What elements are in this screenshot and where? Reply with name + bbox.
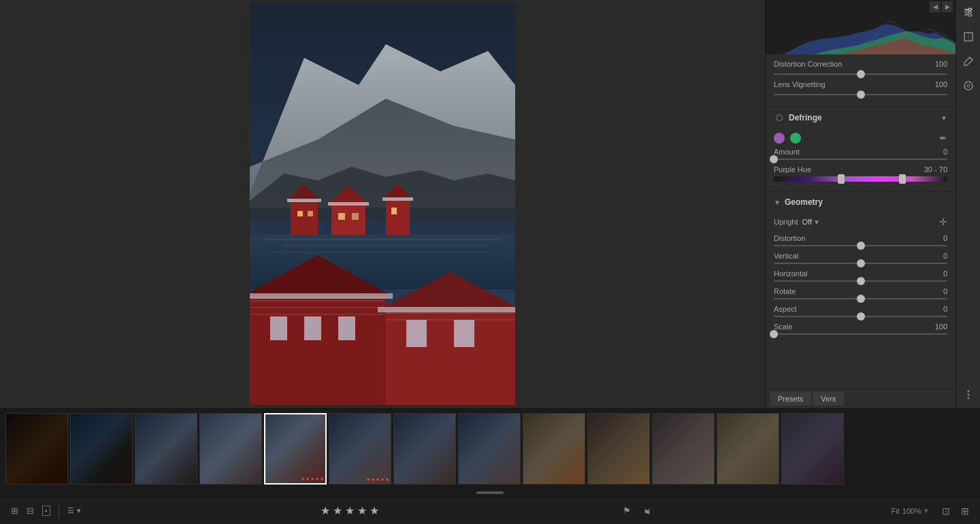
- filmstrip-thumb-4[interactable]: [199, 413, 262, 485]
- compare-icon[interactable]: ⊡: [942, 506, 950, 517]
- presets-button[interactable]: Presets: [770, 392, 811, 406]
- eyedropper-icon[interactable]: ✒: [939, 133, 947, 144]
- amount-slider[interactable]: [774, 159, 947, 160]
- geometry-section: ▼ Geometry Upright Off ▼ ✛: [766, 191, 956, 335]
- amount-track: [774, 159, 947, 160]
- svg-rect-16: [338, 213, 345, 220]
- scale-thumb[interactable]: [770, 330, 778, 338]
- panel-corner-btn-right[interactable]: ▶: [942, 1, 953, 12]
- reject-flag-icon[interactable]: ⚑: [643, 506, 651, 516]
- geometry-distortion-slider[interactable]: [774, 245, 947, 246]
- amount-label: Amount: [774, 148, 849, 156]
- scale-slider[interactable]: [774, 333, 947, 335]
- bottom-toolbar: ⊞ ⊟ ▪ ☰ ▾ ★ ★ ★ ★ ★ ⚑ ⚑ Fit 100% ▾ ⊡ ⊞: [0, 497, 980, 524]
- distortion-correction-thumb[interactable]: [857, 70, 865, 78]
- toolbar-divider-1: [59, 504, 59, 518]
- aspect-thumb[interactable]: [857, 312, 865, 321]
- right-side: ◀ ▶: [765, 0, 980, 408]
- svg-rect-19: [287, 199, 321, 202]
- purple-hue-slider[interactable]: [774, 176, 947, 186]
- filmstrip-thumb-11[interactable]: [652, 413, 715, 485]
- svg-rect-32: [378, 307, 515, 312]
- main-photo: [250, 3, 515, 405]
- star-3-icon[interactable]: ★: [345, 504, 355, 517]
- panel-corner-btn-left[interactable]: ◀: [930, 1, 941, 12]
- histogram-area: ◀ ▶: [766, 0, 956, 54]
- brush-tool-icon[interactable]: [960, 53, 977, 69]
- filmstrip-thumb-13[interactable]: [781, 413, 844, 485]
- zoom-fit-label[interactable]: Fit: [892, 507, 900, 515]
- transform-tool-icon[interactable]: [960, 29, 977, 45]
- filmstrip-thumb-10[interactable]: [587, 413, 650, 485]
- lens-vignetting-slider[interactable]: [774, 94, 947, 95]
- purple-hue-track: [774, 176, 947, 182]
- amount-thumb[interactable]: [770, 155, 778, 163]
- single-view-icon[interactable]: ▪: [42, 506, 50, 516]
- rotate-thumb[interactable]: [857, 295, 865, 303]
- more-options-icon[interactable]: [960, 387, 977, 403]
- filmstrip-thumb-6[interactable]: ★ ★ ★ ★ ★: [329, 413, 391, 485]
- purple-hue-thumb-right[interactable]: [899, 174, 906, 184]
- upright-add-icon[interactable]: ✛: [939, 216, 947, 227]
- upright-dropdown[interactable]: Off ▼: [802, 218, 819, 226]
- svg-point-42: [966, 11, 968, 14]
- defringe-icon: ⬡: [774, 112, 785, 123]
- panel-content: Distortion Correction 100 Lens Vignettin…: [766, 54, 956, 389]
- rotate-label: Rotate: [774, 287, 849, 295]
- distortion-correction-slider[interactable]: [774, 73, 947, 75]
- vertical-slider[interactable]: [774, 263, 947, 264]
- green-dot[interactable]: [790, 133, 801, 144]
- purple-hue-row: Purple Hue 30 - 70: [766, 165, 956, 186]
- grid-view-icon[interactable]: ⊞: [11, 506, 18, 516]
- filmstrip-thumb-7[interactable]: [393, 413, 456, 485]
- geometry-distortion-thumb[interactable]: [857, 242, 865, 250]
- svg-point-50: [967, 391, 969, 393]
- geometry-header[interactable]: ▼ Geometry: [766, 192, 956, 212]
- star-1-icon[interactable]: ★: [321, 504, 330, 517]
- defringe-header[interactable]: ⬡ Defringe ▼: [766, 106, 956, 129]
- lens-vignetting-thumb[interactable]: [857, 91, 865, 99]
- healing-tool-icon[interactable]: [960, 78, 977, 94]
- filmstrip-thumb-8[interactable]: [458, 413, 521, 485]
- purple-dot[interactable]: [774, 133, 785, 144]
- rotate-slider[interactable]: [774, 298, 947, 299]
- filmstrip-thumb-9[interactable]: [523, 413, 585, 485]
- lens-vignetting-track: [774, 94, 947, 95]
- amount-row: Amount 0: [766, 148, 956, 160]
- filmstrip-thumb-3[interactable]: [135, 413, 197, 485]
- svg-rect-8: [291, 201, 318, 235]
- horizontal-thumb[interactable]: [857, 277, 865, 285]
- square-view-icon[interactable]: ⊟: [27, 506, 34, 516]
- star-4-icon[interactable]: ★: [357, 504, 367, 517]
- aspect-slider[interactable]: [774, 316, 947, 317]
- scale-row: Scale 100: [766, 323, 956, 335]
- thumb-5-star-3: ★: [310, 476, 314, 482]
- filmstrip-thumb-2[interactable]: [70, 413, 133, 485]
- svg-rect-28: [338, 316, 355, 340]
- scroll-pill: [476, 491, 504, 494]
- filmstrip-thumb-5[interactable]: ★ ★ ★ ★ ★: [264, 413, 327, 485]
- split-view-icon[interactable]: ⊞: [961, 506, 969, 517]
- settings-tool-icon[interactable]: [960, 4, 977, 20]
- star-2-icon[interactable]: ★: [333, 504, 342, 517]
- filmstrip-thumb-1[interactable]: [5, 413, 68, 485]
- stars-rating: ★ ★ ★ ★ ★: [321, 504, 379, 517]
- panel-bottom-buttons: Presets Vers: [766, 389, 956, 408]
- sort-button[interactable]: ☰ ▾: [67, 506, 81, 515]
- horizontal-row: Horizontal 0: [766, 269, 956, 282]
- scale-value: 100: [927, 323, 947, 331]
- purple-hue-thumb-left[interactable]: [838, 174, 845, 184]
- svg-rect-5: [263, 238, 502, 240]
- zoom-chevron-icon[interactable]: ▾: [924, 506, 928, 515]
- svg-point-40: [968, 8, 971, 11]
- zoom-pct[interactable]: 100%: [902, 507, 921, 515]
- svg-rect-24: [386, 310, 515, 405]
- rotate-value: 0: [927, 287, 947, 295]
- vers-button[interactable]: Vers: [813, 392, 844, 406]
- horizontal-slider[interactable]: [774, 280, 947, 282]
- vertical-thumb[interactable]: [857, 259, 865, 267]
- star-5-icon[interactable]: ★: [370, 504, 379, 517]
- filmstrip-thumb-12[interactable]: [717, 413, 779, 485]
- flag-icon[interactable]: ⚑: [623, 506, 631, 516]
- thumb-5-star-5: ★: [320, 476, 324, 482]
